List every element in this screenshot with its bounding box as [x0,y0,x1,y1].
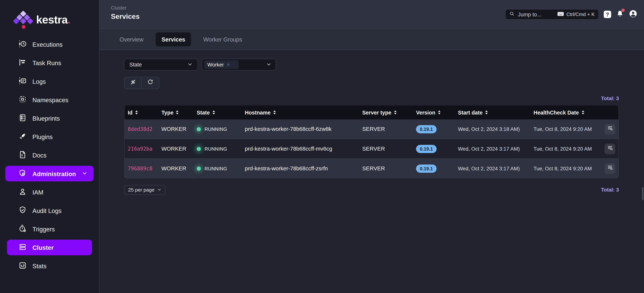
sidebar-item-blueprints[interactable]: Blueprints [0,109,99,127]
account-menu-button[interactable] [629,9,637,19]
service-hostname: prd-kestra-worker-78b68ccff-zsrfn [245,165,362,171]
sidebar-item-label: Docs [32,152,46,159]
refresh-button[interactable] [142,77,159,89]
table-toolbar [124,77,160,89]
running-dot-icon [197,166,201,171]
list-search-icon [607,125,613,133]
refresh-icon [147,79,154,87]
type-filter-select[interactable]: Worker × [202,59,276,70]
version-badge: 0.19.1 [416,164,436,173]
kestra-app: kestra. Executions Task Runs Logs [0,0,644,293]
sort-off-icon [130,79,136,87]
logo-text: kestra. [36,13,70,26]
column-header-healthcheck-date[interactable]: HealthCheck Date [534,109,597,115]
state-filter-label: State [129,62,187,68]
sidebar-item-iam[interactable]: IAM [0,183,99,201]
table-row: 796889c8 WORKER RUNNING prd-kestra-worke… [124,158,619,178]
sidebar-item-triggers[interactable]: Triggers [0,220,99,238]
sidebar-item-plugins[interactable]: Plugins [0,127,99,146]
sidebar-item-label: Triggers [32,226,55,233]
column-header-start-date[interactable]: Start date [458,109,534,115]
column-header-server-type[interactable]: Server type [362,109,416,115]
timer-cog-icon [18,225,27,234]
column-header-id[interactable]: Id [128,109,161,115]
state-filter-select[interactable]: State [124,59,198,70]
table-row: 8ded38d2 WORKER RUNNING prd-kestra-worke… [124,119,619,139]
column-header-state[interactable]: State [197,109,245,115]
total-row-top: Total: 3 [124,96,619,101]
global-search-input[interactable]: Jump to... Ctrl/Cmd + K [505,9,599,19]
view-logs-button[interactable] [604,124,615,134]
notifications-button[interactable] [616,10,624,19]
blueprint-card-icon [18,114,27,123]
service-state: RUNNING [197,146,245,151]
column-header-type[interactable]: Type [161,109,197,115]
sidebar-item-cluster[interactable]: Cluster [7,240,92,255]
tab-services[interactable]: Services [156,32,191,46]
server-icon [18,243,27,252]
sidebar-item-namespaces[interactable]: Namespaces [0,91,99,109]
sidebar-item-label: Plugins [32,133,52,140]
service-id-link[interactable]: 8ded38d2 [128,126,161,132]
sidebar-item-stats[interactable]: Stats [0,257,99,275]
service-id-link[interactable]: 796889c8 [128,165,161,171]
sidebar-item-docs[interactable]: Docs [0,146,99,165]
service-type: WORKER [161,165,197,171]
service-start-date: Wed, Oct 2, 2024 3:17 AM) [458,166,534,171]
sidebar-item-label: Executions [32,41,62,48]
list-search-icon [607,165,613,172]
help-button[interactable]: ? [604,10,611,18]
sidebar-item-label: Logs [32,78,46,85]
breadcrumb-cluster[interactable]: Cluster [111,5,140,10]
sort-icon [393,110,397,115]
scrollbar-thumb[interactable] [642,187,644,200]
chip-close-icon[interactable]: × [227,62,230,68]
chart-gantt-icon [18,58,27,68]
per-page-select[interactable]: 25 per page [124,185,166,195]
sidebar-item-audit-logs[interactable]: Audit Logs [0,201,99,220]
sidebar-item-administration[interactable]: Administration [6,166,94,181]
running-dot-icon [197,127,201,131]
kestra-logo[interactable]: kestra. [0,0,99,29]
sidebar-nav: Executions Task Runs Logs Namespaces [0,35,99,275]
sidebar-item-executions[interactable]: Executions [0,35,99,54]
timeline-text-icon [18,77,27,86]
search-icon [509,10,515,18]
version-badge: 0.19.1 [416,125,436,133]
shield-account-icon [18,169,27,178]
sidebar-item-logs[interactable]: Logs [0,72,99,91]
sort-icon [437,110,441,115]
service-start-date: Wed, Oct 2, 2024 3:18 AM) [458,126,534,132]
service-start-date: Wed, Oct 2, 2024 3:17 AM) [458,146,534,152]
tab-overview[interactable]: Overview [114,32,149,46]
kestra-logo-icon [15,10,32,29]
cluster-tabs: Overview Services Worker Groups [99,29,644,50]
column-header-version[interactable]: Version [416,109,458,115]
sort-icon [581,110,585,115]
service-hostname: prd-kestra-worker-78b68ccff-6zw8k [245,126,362,132]
service-id-link[interactable]: 216a92ba [128,146,161,152]
view-logs-button[interactable] [604,163,615,174]
sidebar-item-task-runs[interactable]: Task Runs [0,54,99,72]
sidebar: kestra. Executions Task Runs Logs [0,0,99,293]
service-healthcheck-date: Tue, Oct 8, 2024 9:20 AM [534,146,597,152]
power-plug-icon [18,132,27,142]
sidebar-item-label: Blueprints [32,115,60,122]
running-dot-icon [197,147,201,151]
sort-icon [212,110,216,115]
keyboard-icon [557,11,564,17]
column-header-hostname[interactable]: Hostname [245,109,362,115]
tab-worker-groups[interactable]: Worker Groups [198,32,248,46]
search-shortcut: Ctrl/Cmd + K [557,11,595,17]
per-page-label: 25 per page [128,187,154,193]
clear-sort-button[interactable] [124,77,142,89]
sidebar-item-label: IAM [32,189,44,196]
sidebar-item-label: Task Runs [32,59,61,66]
chevron-down-icon [187,61,193,68]
sidebar-item-label: Administration [32,170,76,177]
account-icon [18,187,27,197]
page-title: Services [111,13,140,21]
view-logs-button[interactable] [604,143,615,154]
worker-chip-label: Worker [208,62,224,68]
sidebar-item-label: Cluster [32,244,54,251]
